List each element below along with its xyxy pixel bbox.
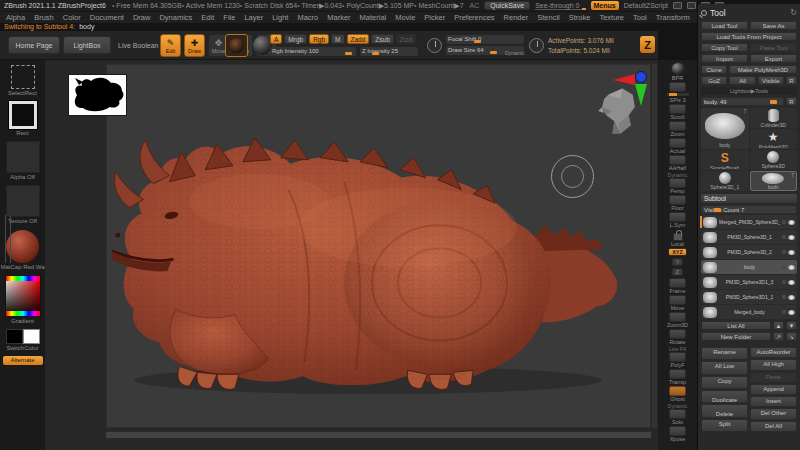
- shelf-toggle[interactable]: Rotate: [669, 329, 686, 345]
- shelf-toggle[interactable]: Dynamic Solo: [668, 403, 687, 425]
- current-tool-thumbnail[interactable]: 7 body: [701, 108, 749, 149]
- shelf-toggle[interactable]: Xpose: [669, 426, 686, 442]
- menu-item[interactable]: Stencil: [537, 13, 560, 22]
- polypaint-icon[interactable]: [782, 250, 786, 254]
- tool-thumbnail[interactable]: Sphere3D_1: [701, 171, 749, 191]
- menu-item[interactable]: Tool: [633, 13, 647, 22]
- left-tray-divider[interactable]: [5, 215, 11, 263]
- menu-item[interactable]: Picker: [424, 13, 445, 22]
- shelf-toggle[interactable]: Transp: [669, 369, 686, 385]
- monitor-icon-2[interactable]: [687, 2, 696, 9]
- focal-curve-knob[interactable]: [427, 38, 442, 53]
- goz-all-button[interactable]: All: [729, 76, 755, 85]
- delete-button[interactable]: Delete: [701, 404, 748, 417]
- shelf-toggle[interactable]: Y: [672, 258, 684, 266]
- alternate-button[interactable]: Alternate: [3, 356, 43, 365]
- alpha-rect-button[interactable]: [9, 101, 37, 129]
- paint-toggle[interactable]: A: [270, 34, 282, 44]
- polypaint-icon[interactable]: [782, 265, 786, 269]
- quicksave-button[interactable]: QuickSave: [484, 1, 530, 10]
- shelf-toggle[interactable]: Line Fill PolyF: [669, 346, 686, 368]
- goz-visible-button[interactable]: Visible: [758, 76, 784, 85]
- rgb-intensity-slider[interactable]: Rgb Intensity 100: [270, 47, 356, 56]
- shelf-toggle[interactable]: BPR: [671, 62, 685, 81]
- shelf-toggle[interactable]: Frame: [669, 278, 686, 294]
- subtool-row[interactable]: PM3D_Sphere3D_2: [701, 245, 797, 259]
- color-picker[interactable]: [5, 275, 41, 317]
- paint-toggle[interactable]: M: [331, 34, 344, 44]
- shelf-toggle[interactable]: AAHalf: [669, 155, 686, 171]
- split-button[interactable]: Split: [701, 419, 748, 432]
- new-folder-button[interactable]: New Folder: [701, 332, 771, 341]
- home-page-button[interactable]: Home Page: [8, 36, 60, 54]
- insert-button[interactable]: Insert: [750, 396, 797, 407]
- load-tools-from-project-button[interactable]: Load Tools From Project: [701, 32, 797, 41]
- see-through-slider[interactable]: See-through 0: [535, 2, 585, 10]
- subtool-row[interactable]: Merged_PM3D_Sphere3D_1: [701, 215, 797, 229]
- polypaint-icon[interactable]: [782, 235, 786, 239]
- visibility-eye-icon[interactable]: [788, 295, 795, 300]
- move-into-folder-icon[interactable]: ↘: [786, 332, 797, 341]
- copy-tool-button[interactable]: Copy Tool: [701, 43, 748, 52]
- menu-item[interactable]: Edit: [201, 13, 214, 22]
- visibility-eye-icon[interactable]: [788, 310, 795, 315]
- menu-item[interactable]: Texture: [599, 13, 624, 22]
- menu-item[interactable]: Color: [63, 13, 81, 22]
- menu-item[interactable]: Document: [90, 13, 124, 22]
- subtool-row[interactable]: PM3D_Sphere3D1_1: [701, 290, 797, 304]
- tool-thumbnail[interactable]: ★ PolyMesh3D: [750, 129, 798, 149]
- tool-thumbnail[interactable]: Sphere3D: [750, 150, 798, 170]
- load-tool-button[interactable]: Load Tool: [701, 21, 748, 30]
- menu-item[interactable]: Draw: [133, 13, 151, 22]
- panel-menu-icon[interactable]: ↻: [790, 8, 797, 17]
- texture-off-button[interactable]: [6, 185, 40, 217]
- clone-button[interactable]: Clone: [701, 65, 727, 74]
- paint-toggle[interactable]: Zsub: [371, 34, 393, 44]
- shelf-toggle[interactable]: Local: [671, 229, 684, 247]
- menu-item[interactable]: Alpha: [6, 13, 25, 22]
- move-subtool-up-icon[interactable]: ▲: [773, 321, 784, 330]
- shelf-toggle[interactable]: SPix 3: [667, 82, 689, 103]
- item-info-r-button[interactable]: R: [786, 97, 797, 106]
- polypaint-icon[interactable]: [782, 310, 786, 314]
- visibility-eye-icon[interactable]: [788, 250, 795, 255]
- menu-item[interactable]: Dynamics: [159, 13, 192, 22]
- tool-thumbnail[interactable]: Cylinder3D: [750, 108, 798, 128]
- visible-count-slider[interactable]: Visible Count 7: [701, 205, 797, 214]
- live-boolean-toggle[interactable]: Live Boolean: [118, 42, 158, 49]
- import-button[interactable]: Import: [701, 54, 748, 63]
- menu-item[interactable]: Movie: [395, 13, 415, 22]
- vertical-scrollbar[interactable]: [652, 64, 657, 428]
- move-subtool-down-icon[interactable]: ▼: [786, 321, 797, 330]
- visibility-eye-icon[interactable]: [788, 265, 795, 270]
- subtool-row[interactable]: PM3D_Sphere3D_1: [701, 230, 797, 244]
- all-low-button[interactable]: All Low: [701, 361, 748, 374]
- list-all-button[interactable]: List All: [701, 321, 771, 330]
- subtool-row[interactable]: body: [701, 260, 797, 274]
- menu-item[interactable]: Macro: [297, 13, 318, 22]
- paint-toggle[interactable]: Zcut: [396, 34, 417, 44]
- shelf-toggle[interactable]: Dynamic Persp: [668, 172, 687, 194]
- tool-panel-header[interactable]: Tool ↻: [701, 6, 797, 19]
- mode-button[interactable]: ✚Draw: [184, 34, 205, 57]
- menu-item[interactable]: File: [223, 13, 235, 22]
- menu-item[interactable]: Brush: [34, 13, 54, 22]
- rename-button[interactable]: Rename: [701, 347, 748, 360]
- z-intensity-slider[interactable]: Z Intensity 25: [360, 47, 418, 56]
- tool-thumbnail[interactable]: 7 body: [750, 171, 798, 191]
- del-other-button[interactable]: Del Other: [750, 408, 797, 419]
- horizontal-scrollbar[interactable]: [106, 431, 651, 438]
- spix-slider[interactable]: [667, 93, 689, 96]
- default-zscript-button[interactable]: DefaultZScript: [624, 2, 668, 9]
- secondary-color-swatch[interactable]: [23, 329, 40, 344]
- lightbox-tools-strip[interactable]: Lightbox▶Tools: [701, 87, 797, 95]
- export-button[interactable]: Export: [750, 54, 797, 63]
- shelf-toggle[interactable]: Move: [669, 295, 686, 311]
- autoreorder-button[interactable]: AutoReorder: [750, 347, 797, 358]
- paint-toggle[interactable]: Rgb: [309, 34, 329, 44]
- stroke-selectrect-button[interactable]: [11, 65, 35, 89]
- menu-item[interactable]: Marker: [327, 13, 350, 22]
- polypaint-icon[interactable]: [782, 280, 786, 284]
- shelf-toggle[interactable]: Ghost: [669, 386, 686, 402]
- axis-orientation-gizmo[interactable]: [611, 68, 653, 106]
